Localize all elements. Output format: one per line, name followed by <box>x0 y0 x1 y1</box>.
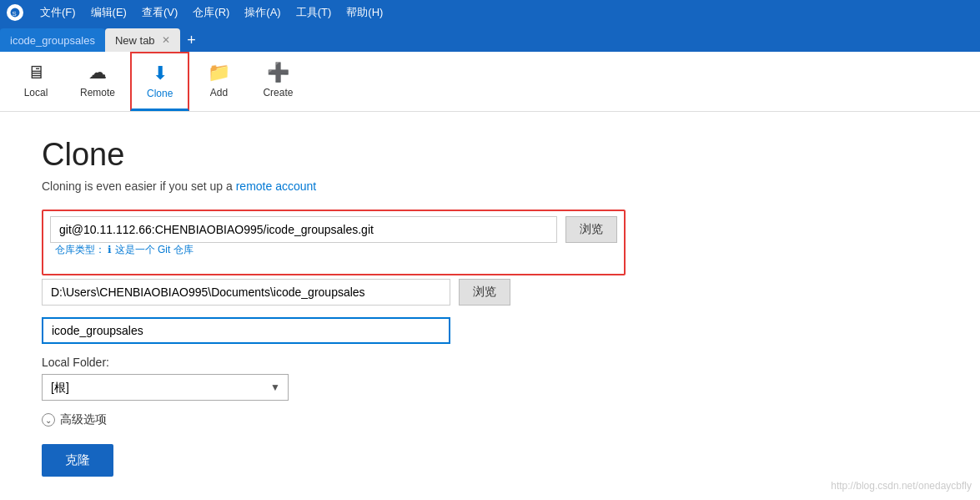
main-content: Clone Cloning is even easier if you set … <box>0 112 980 500</box>
page-title: Clone <box>42 137 938 173</box>
url-browse-button[interactable]: 浏览 <box>565 216 617 243</box>
svg-text:S: S <box>13 10 17 18</box>
advanced-options-toggle[interactable]: ⌄ 高级选项 <box>42 412 938 427</box>
title-bar: S 文件(F) 编辑(E) 查看(V) 仓库(R) 操作(A) 工具(T) 帮助… <box>0 0 980 25</box>
toolbar-add-btn[interactable]: 📁 Add <box>189 52 248 111</box>
advanced-chevron-icon: ⌄ <box>42 413 55 427</box>
name-input[interactable] <box>42 317 450 344</box>
toolbar-clone-btn[interactable]: ⬇ Clone <box>130 52 189 111</box>
menu-file[interactable]: 文件(F) <box>33 3 83 22</box>
clone-label: Clone <box>147 88 173 99</box>
app-logo: S <box>7 4 23 21</box>
menu-repo[interactable]: 仓库(R) <box>186 3 236 22</box>
menu-bar: 文件(F) 编辑(E) 查看(V) 仓库(R) 操作(A) 工具(T) 帮助(H… <box>33 3 973 22</box>
toolbar-remote-btn[interactable]: ☁ Remote <box>65 52 130 111</box>
clone-button[interactable]: 克隆 <box>42 444 113 477</box>
toolbar-create-btn[interactable]: ➕ Create <box>248 52 308 111</box>
toolbar: 🖥 Local ☁ Remote ⬇ Clone 📁 Add ➕ Create <box>0 52 980 112</box>
toolbar-local-btn[interactable]: 🖥 Local <box>7 52 65 111</box>
path-input[interactable] <box>42 279 450 306</box>
clone-icon: ⬇ <box>153 63 168 84</box>
tab-icode[interactable]: icode_groupsales <box>0 28 105 52</box>
local-folder-select-wrapper: [根] ▼ <box>42 374 289 401</box>
tab-close-icon[interactable]: ✕ <box>162 35 170 45</box>
local-label: Local <box>24 87 48 98</box>
tab-new[interactable]: New tab ✕ <box>105 28 180 52</box>
url-highlight-box: 浏览 仓库类型： ℹ 这是一个 Git 仓库 <box>42 210 626 275</box>
local-icon: 🖥 <box>27 62 45 83</box>
menu-actions[interactable]: 操作(A) <box>238 3 287 22</box>
create-icon: ➕ <box>267 62 289 83</box>
create-label: Create <box>263 87 293 98</box>
path-row: 浏览 <box>42 279 938 306</box>
menu-view[interactable]: 查看(V) <box>135 3 184 22</box>
path-browse-button[interactable]: 浏览 <box>459 279 510 306</box>
name-input-wrap <box>42 317 938 344</box>
url-input[interactable] <box>50 216 557 243</box>
tab-icode-label: icode_groupsales <box>10 34 95 47</box>
remote-label: Remote <box>80 87 115 98</box>
menu-tools[interactable]: 工具(T) <box>289 3 339 22</box>
clone-subtitle: Cloning is even easier if you set up a r… <box>42 179 938 193</box>
advanced-options-label: 高级选项 <box>60 412 107 427</box>
local-folder-select[interactable]: [根] <box>42 374 289 401</box>
tab-add-button[interactable]: + <box>180 28 204 52</box>
menu-help[interactable]: 帮助(H) <box>339 3 389 22</box>
add-icon: 📁 <box>208 62 230 83</box>
menu-edit[interactable]: 编辑(E) <box>84 3 133 22</box>
remote-account-link[interactable]: remote account <box>236 179 317 193</box>
add-label: Add <box>210 87 228 98</box>
repo-type-note: 仓库类型： ℹ 这是一个 Git 仓库 <box>55 243 617 257</box>
repo-type-info-icon: ℹ <box>108 244 112 255</box>
local-folder-label: Local Folder: <box>42 356 938 369</box>
tab-bar: icode_groupsales New tab ✕ + <box>0 25 980 52</box>
tab-new-label: New tab <box>115 34 155 47</box>
remote-icon: ☁ <box>88 62 107 83</box>
url-row: 浏览 <box>50 216 617 243</box>
